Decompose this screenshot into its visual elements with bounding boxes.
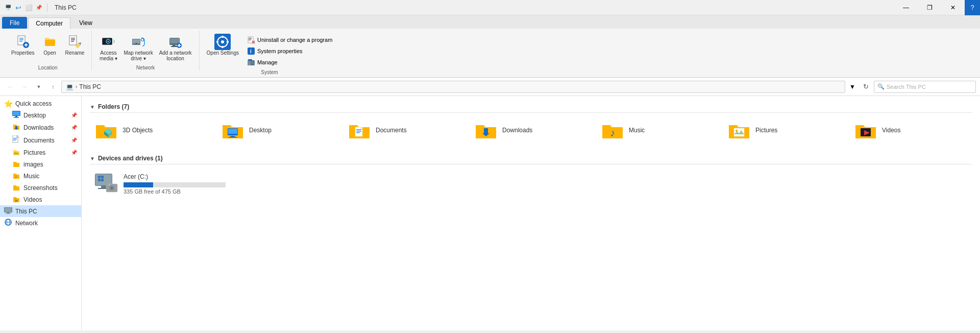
svg-rect-71: [356, 131, 361, 132]
svg-rect-72: [356, 132, 360, 133]
address-path[interactable]: 💻 › This PC: [61, 81, 845, 93]
search-box[interactable]: 🔍 Search This PC: [874, 81, 976, 93]
svg-rect-44: [248, 60, 251, 65]
close-button[interactable]: ✕: [941, 0, 965, 15]
svg-text:♪: ♪: [15, 174, 17, 179]
title-bar-left: 🖥️ ↩ ⬜ 📌 This PC: [4, 4, 77, 12]
main-layout: ⭐ Quick access Desktop 📌 Downloads 📌 Doc…: [0, 96, 980, 330]
add-network-location-button[interactable]: Add a network location: [157, 33, 194, 62]
add-network-location-label: Add a network location: [159, 50, 192, 61]
sidebar-item-music[interactable]: ♪ Music: [0, 170, 81, 182]
drive-icon-c: [94, 172, 118, 196]
system-group-label: System: [261, 67, 278, 75]
folder-item-documents[interactable]: Documents: [343, 117, 465, 144]
pictures-sidebar-icon: [12, 148, 21, 157]
open-settings-button[interactable]: Open Settings: [205, 33, 241, 57]
tab-file[interactable]: File: [2, 17, 27, 29]
ribbon-content: Properties Open: [0, 29, 980, 78]
system-small-buttons: Uninstall or change a program i System p…: [245, 33, 334, 67]
svg-rect-24: [171, 46, 177, 47]
svg-point-17: [136, 43, 137, 44]
folder-item-downloads[interactable]: Downloads: [470, 117, 592, 144]
sidebar-item-images[interactable]: images: [0, 158, 81, 170]
folder-icon-downloads: [474, 120, 498, 140]
svg-rect-1: [19, 38, 23, 39]
folder-icon-music: ♪: [600, 120, 625, 140]
folder-item-3d-objects[interactable]: 3D Objects: [90, 117, 212, 144]
open-button[interactable]: Open: [39, 33, 61, 57]
folder-name-desktop: Desktop: [249, 127, 272, 134]
svg-text:♪: ♪: [610, 127, 615, 138]
sidebar-item-label-this-pc: This PC: [15, 208, 77, 215]
sidebar-item-quick-access[interactable]: ⭐ Quick access: [0, 98, 81, 109]
quick-access-icon: ⭐: [4, 100, 13, 108]
sidebar-item-label-screenshots: Screenshots: [23, 184, 77, 192]
svg-rect-33: [216, 41, 218, 43]
sidebar-item-this-pc[interactable]: This PC: [0, 205, 81, 217]
sidebar-item-label-images: images: [23, 161, 77, 168]
folder-icon-documents: [347, 120, 372, 140]
open-settings-icon: [214, 34, 231, 50]
folder-item-desktop[interactable]: Desktop: [216, 117, 339, 144]
quick-access-icon-1[interactable]: ↩: [14, 4, 22, 12]
sidebar-item-pictures[interactable]: Pictures 📌: [0, 147, 81, 158]
drives-section-label: Devices and drives (1): [98, 155, 163, 162]
app-icon: 🖥️: [4, 4, 12, 12]
quick-access-icon-3[interactable]: 📌: [35, 4, 43, 12]
manage-button[interactable]: Manage: [245, 57, 334, 67]
sidebar-item-label-documents: Documents: [23, 137, 69, 144]
svg-rect-53: [13, 139, 17, 139]
folder-item-pictures[interactable]: Pictures: [723, 117, 845, 144]
folder-name-documents: Documents: [376, 127, 407, 134]
folder-item-videos[interactable]: Videos: [849, 117, 972, 144]
svg-point-75: [736, 130, 738, 132]
sidebar-item-screenshots[interactable]: Screenshots: [0, 182, 81, 194]
refresh-button[interactable]: ↻: [860, 81, 872, 93]
system-properties-label: System properties: [257, 48, 303, 54]
forward-button[interactable]: →: [18, 81, 31, 93]
up-button[interactable]: ↑: [47, 81, 59, 93]
rename-button[interactable]: Rename: [63, 33, 87, 57]
images-sidebar-icon: [12, 160, 21, 169]
svg-point-85: [109, 184, 110, 185]
svg-rect-60: [7, 212, 9, 213]
path-chevron: ›: [76, 84, 77, 89]
properties-button[interactable]: Properties: [9, 33, 37, 57]
access-media-button[interactable]: Access media ▾: [97, 33, 119, 62]
maximize-button[interactable]: ❐: [918, 0, 941, 15]
videos-sidebar-icon: [12, 195, 21, 204]
tab-computer[interactable]: Computer: [28, 17, 70, 29]
drive-item-c[interactable]: Acer (C:) 335 GB free of 475 GB: [90, 169, 233, 199]
svg-rect-87: [101, 176, 104, 178]
map-network-drive-button[interactable]: Map network drive ▾: [121, 33, 155, 62]
search-icon: 🔍: [877, 83, 885, 90]
sidebar-item-network[interactable]: Network: [0, 217, 81, 229]
folder-name-pictures: Pictures: [755, 127, 777, 134]
sidebar-item-downloads[interactable]: Downloads 📌: [0, 121, 81, 134]
address-dropdown-btn[interactable]: ▼: [847, 81, 857, 93]
drives-toggle[interactable]: ▼: [90, 156, 95, 161]
tab-view[interactable]: View: [71, 17, 100, 29]
manage-icon: [247, 58, 255, 66]
address-bar: ← → ▼ ↑ 💻 › This PC ▼ ↻ 🔍 Search This PC: [0, 78, 980, 96]
folder-item-music[interactable]: ♪ Music: [596, 117, 719, 144]
minimize-button[interactable]: —: [894, 0, 918, 15]
downloads-sidebar-icon: [12, 123, 21, 132]
uninstall-button[interactable]: Uninstall or change a program: [245, 35, 334, 45]
svg-point-30: [221, 40, 224, 43]
back-button[interactable]: ←: [4, 81, 16, 93]
system-properties-button[interactable]: i System properties: [245, 46, 334, 56]
drives-section-header: ▼ Devices and drives (1): [90, 152, 972, 164]
quick-access-icon-2[interactable]: ⬜: [24, 4, 33, 12]
help-button[interactable]: ?: [965, 0, 980, 15]
sidebar-item-videos[interactable]: Videos: [0, 194, 81, 205]
sidebar-item-documents[interactable]: Documents 📌: [0, 134, 81, 147]
history-dropdown[interactable]: ▼: [33, 81, 45, 93]
folders-toggle[interactable]: ▼: [90, 104, 95, 110]
drive-name-c: Acer (C:): [124, 173, 229, 180]
svg-point-84: [111, 187, 113, 189]
sidebar-item-label-pictures: Pictures: [23, 149, 69, 156]
svg-rect-70: [356, 129, 361, 130]
path-text: This PC: [79, 83, 101, 90]
sidebar-item-desktop[interactable]: Desktop 📌: [0, 109, 81, 121]
